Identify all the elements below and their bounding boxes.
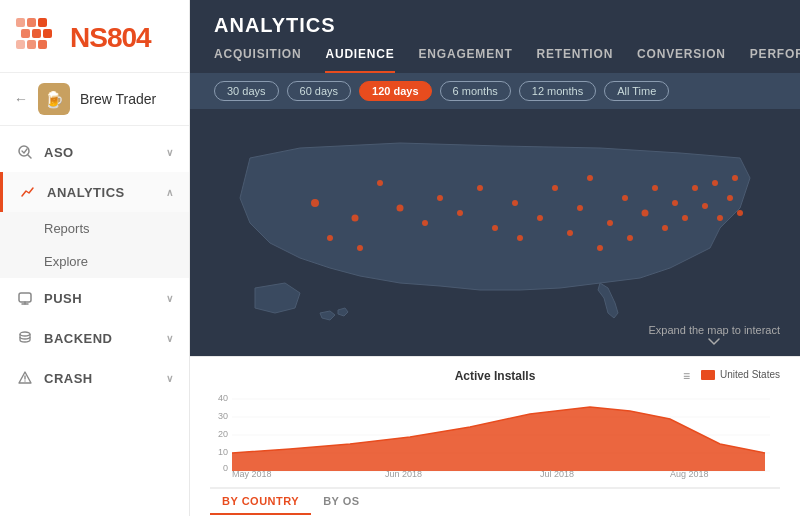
filter-6months[interactable]: 6 months	[440, 81, 511, 101]
svg-text:Jul 2018: Jul 2018	[540, 469, 574, 479]
chart-title: Active Installs	[210, 369, 780, 383]
crash-label: CRASH	[44, 371, 93, 386]
svg-point-22	[457, 210, 463, 216]
sidebar: NS804 ← 🍺 Brew Trader ASO ∨	[0, 0, 190, 516]
tab-engagement[interactable]: ENGAGEMENT	[419, 47, 513, 73]
svg-point-15	[352, 214, 359, 221]
chart-filter-icon[interactable]: ≡	[683, 369, 690, 383]
svg-point-11	[20, 332, 30, 336]
us-map-svg	[200, 128, 790, 338]
svg-point-23	[477, 185, 483, 191]
main-content: ANALYTICS ACQUISITION AUDIENCE ENGAGEMEN…	[190, 0, 800, 516]
svg-text:Aug 2018: Aug 2018	[670, 469, 709, 479]
svg-point-40	[682, 215, 688, 221]
nav-items-list: ASO ∨ ANALYTICS ∧ Reports Explore	[0, 126, 189, 516]
svg-rect-6	[16, 40, 25, 49]
svg-point-39	[672, 200, 678, 206]
svg-point-32	[597, 245, 603, 251]
svg-text:Jun 2018: Jun 2018	[385, 469, 422, 479]
aso-chevron-icon: ∨	[166, 147, 174, 158]
svg-point-16	[327, 235, 333, 241]
filter-120days[interactable]: 120 days	[359, 81, 431, 101]
crash-chevron-icon: ∨	[166, 373, 174, 384]
svg-point-28	[552, 185, 558, 191]
sidebar-item-analytics[interactable]: ANALYTICS ∧	[0, 172, 189, 212]
back-arrow-icon[interactable]: ←	[14, 91, 28, 107]
aso-icon	[16, 143, 34, 161]
svg-rect-1	[27, 18, 36, 27]
svg-rect-8	[38, 40, 47, 49]
svg-rect-5	[43, 29, 52, 38]
svg-point-47	[737, 210, 743, 216]
chart-legend: United States	[701, 369, 780, 380]
svg-point-42	[702, 203, 708, 209]
analytics-tabs: ACQUISITION AUDIENCE ENGAGEMENT RETENTIO…	[214, 47, 776, 73]
backend-chevron-icon: ∨	[166, 333, 174, 344]
svg-point-45	[727, 195, 733, 201]
svg-point-43	[712, 180, 718, 186]
legend-color-us	[701, 370, 715, 380]
svg-point-14	[311, 199, 319, 207]
svg-point-37	[652, 185, 658, 191]
svg-text:40: 40	[218, 393, 228, 403]
sidebar-item-push[interactable]: PUSH ∨	[0, 278, 189, 318]
svg-text:10: 10	[218, 447, 228, 457]
sidebar-item-aso[interactable]: ASO ∨	[0, 132, 189, 172]
tab-acquisition[interactable]: ACQUISITION	[214, 47, 301, 73]
analytics-label: ANALYTICS	[47, 185, 125, 200]
sidebar-item-backend[interactable]: BACKEND ∨	[0, 318, 189, 358]
aso-label: ASO	[44, 145, 74, 160]
svg-point-34	[622, 195, 628, 201]
filter-60days[interactable]: 60 days	[287, 81, 352, 101]
analytics-icon	[19, 183, 37, 201]
svg-point-41	[692, 185, 698, 191]
svg-text:May 2018: May 2018	[232, 469, 272, 479]
svg-text:30: 30	[218, 411, 228, 421]
push-icon	[16, 289, 34, 307]
backend-label: BACKEND	[44, 331, 113, 346]
tab-audience[interactable]: AUDIENCE	[325, 47, 394, 73]
svg-rect-3	[21, 29, 30, 38]
logo-text: NS804	[70, 22, 151, 54]
svg-rect-0	[16, 18, 25, 27]
svg-point-13	[24, 380, 25, 381]
svg-point-31	[587, 175, 593, 181]
svg-point-38	[662, 225, 668, 231]
svg-point-29	[567, 230, 573, 236]
svg-point-19	[397, 204, 404, 211]
sidebar-item-crash[interactable]: CRASH ∨	[0, 358, 189, 398]
svg-text:20: 20	[218, 429, 228, 439]
svg-point-44	[717, 215, 723, 221]
top-navigation: ANALYTICS ACQUISITION AUDIENCE ENGAGEMEN…	[190, 0, 800, 73]
logo-icon	[16, 18, 68, 58]
chart-tab-by-country[interactable]: BY COUNTRY	[210, 489, 311, 515]
filter-alltime[interactable]: All Time	[604, 81, 669, 101]
chart-area: Active Installs ≡ United States 40 30 20…	[190, 356, 800, 516]
svg-rect-10	[19, 293, 31, 302]
svg-point-24	[492, 225, 498, 231]
filter-30days[interactable]: 30 days	[214, 81, 279, 101]
tab-retention[interactable]: RETENTION	[537, 47, 614, 73]
filter-12months[interactable]: 12 months	[519, 81, 596, 101]
svg-point-35	[627, 235, 633, 241]
svg-point-30	[577, 205, 583, 211]
app-row[interactable]: ← 🍺 Brew Trader	[0, 73, 189, 126]
map-expand-label: Expand the map to interact	[649, 324, 780, 336]
sidebar-sub-item-reports[interactable]: Reports	[0, 212, 189, 245]
backend-icon	[16, 329, 34, 347]
chart-tab-by-os[interactable]: BY OS	[311, 489, 372, 515]
tab-conversion[interactable]: CONVERSION	[637, 47, 726, 73]
date-filter-bar: 30 days 60 days 120 days 6 months 12 mon…	[190, 73, 800, 109]
chart-tabs: BY COUNTRY BY OS	[210, 487, 780, 515]
sidebar-sub-item-explore[interactable]: Explore	[0, 245, 189, 278]
map-expand-button[interactable]: Expand the map to interact	[649, 324, 780, 346]
active-installs-chart: 40 30 20 10 0 May 2018 Jun 2018 Jul 2018…	[210, 389, 780, 479]
push-chevron-icon: ∨	[166, 293, 174, 304]
analytics-chevron-icon: ∧	[166, 187, 174, 198]
page-title: ANALYTICS	[214, 14, 776, 37]
tab-performance[interactable]: PERFORMANCE	[750, 47, 800, 73]
map-container[interactable]: Expand the map to interact	[190, 109, 800, 356]
svg-rect-7	[27, 40, 36, 49]
svg-rect-4	[32, 29, 41, 38]
svg-point-25	[512, 200, 518, 206]
